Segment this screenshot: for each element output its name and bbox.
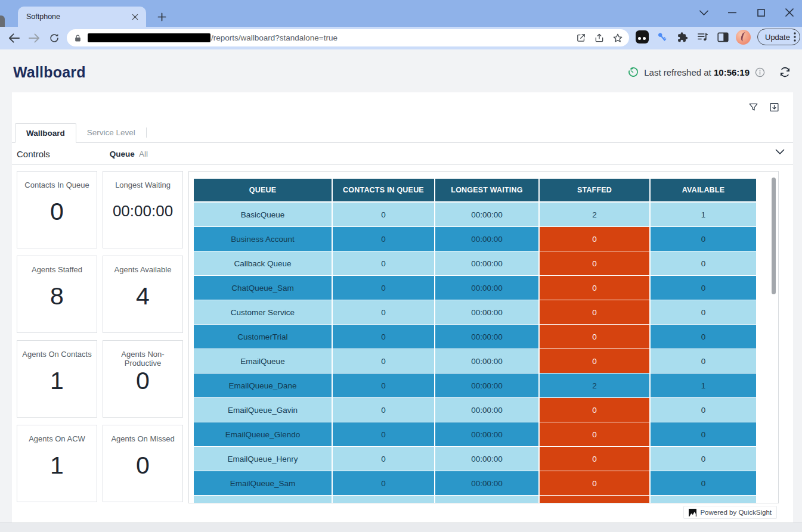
avatar[interactable] bbox=[736, 30, 751, 45]
media-list-icon[interactable] bbox=[695, 30, 710, 45]
tab-close-icon[interactable] bbox=[129, 11, 140, 22]
table-cell[interactable]: 0 bbox=[651, 227, 756, 251]
table-cell[interactable]: 0 bbox=[333, 300, 434, 324]
table-cell[interactable]: 00:00:00 bbox=[435, 496, 538, 503]
key-icon[interactable] bbox=[655, 30, 670, 45]
table-cell[interactable]: 0 bbox=[540, 300, 649, 324]
close-icon[interactable] bbox=[782, 5, 797, 20]
table-cell[interactable]: 0 bbox=[540, 276, 649, 300]
table-cell[interactable]: 0 bbox=[651, 276, 756, 300]
export-icon[interactable] bbox=[769, 102, 780, 113]
table-cell[interactable]: 0 bbox=[333, 447, 434, 471]
table-cell[interactable]: 00:00:00 bbox=[435, 251, 538, 275]
tab-search-chevron-icon[interactable] bbox=[696, 5, 711, 20]
table-cell[interactable]: 00:00:00 bbox=[435, 374, 538, 397]
maximize-icon[interactable] bbox=[753, 5, 769, 20]
table-cell[interactable]: EmailQueue_Glendo bbox=[194, 422, 332, 446]
tab-service-level[interactable]: Service Level bbox=[76, 123, 146, 142]
table-cell[interactable]: 0 bbox=[540, 227, 649, 251]
table-cell[interactable]: 0 bbox=[651, 422, 756, 446]
chevron-down-icon[interactable] bbox=[775, 149, 785, 155]
address-bar[interactable]: /reports/wallboard?standalone=true bbox=[67, 29, 629, 46]
table-cell[interactable]: 0 bbox=[540, 496, 649, 503]
table-cell[interactable]: 0 bbox=[540, 447, 649, 471]
table-cell[interactable]: 00:00:00 bbox=[435, 203, 538, 226]
sidebar-icon[interactable] bbox=[716, 30, 730, 45]
table-cell[interactable]: 00:00:00 bbox=[435, 422, 538, 446]
table-cell[interactable]: EmailQueue bbox=[194, 349, 332, 373]
table-cell[interactable]: CustomerTrial bbox=[194, 325, 332, 349]
minimize-icon[interactable] bbox=[724, 5, 740, 20]
table-cell[interactable]: EmailQueue_Sam bbox=[194, 471, 332, 495]
table-cell[interactable]: 0 bbox=[333, 227, 434, 251]
queue-filter-label: Queue bbox=[110, 150, 135, 158]
table-cell[interactable]: 0 bbox=[540, 471, 649, 495]
table-cell[interactable]: 0 bbox=[651, 496, 756, 503]
table-cell[interactable]: 0 bbox=[651, 300, 756, 324]
table-cell[interactable]: EmailQueue_Henry bbox=[194, 447, 332, 471]
lock-icon[interactable] bbox=[74, 34, 82, 42]
refresh-icon[interactable] bbox=[779, 66, 791, 78]
share-icon[interactable] bbox=[594, 33, 605, 43]
table-cell[interactable]: 00:00:00 bbox=[435, 325, 538, 349]
table-cell[interactable]: 0 bbox=[333, 471, 434, 495]
extension-black-icon[interactable] bbox=[634, 30, 649, 45]
table-cell[interactable]: 0 bbox=[333, 374, 434, 397]
table-cell[interactable]: 0 bbox=[651, 349, 756, 373]
open-in-new-icon[interactable] bbox=[576, 33, 586, 43]
table-cell[interactable]: 0 bbox=[540, 251, 649, 275]
queue-filter-value[interactable]: All bbox=[139, 150, 148, 158]
table-cell[interactable]: 0 bbox=[651, 325, 756, 349]
table-cell[interactable]: 0 bbox=[333, 251, 434, 275]
back-icon[interactable] bbox=[5, 29, 23, 47]
table-cell[interactable]: 0 bbox=[333, 276, 434, 300]
table-cell[interactable]: 0 bbox=[651, 471, 756, 495]
table-cell[interactable]: 00:00:00 bbox=[435, 276, 538, 300]
puzzle-extensions-icon[interactable] bbox=[675, 30, 690, 45]
table-cell[interactable]: 0 bbox=[540, 398, 649, 422]
table-cell[interactable]: 0 bbox=[540, 325, 649, 349]
page-footer-strip bbox=[0, 522, 802, 532]
table-cell[interactable]: 0 bbox=[540, 349, 649, 373]
table-cell[interactable]: EmailQueue_T bbox=[194, 496, 332, 503]
table-cell[interactable]: 2 bbox=[540, 203, 649, 226]
table-cell[interactable]: 0 bbox=[651, 398, 756, 422]
table-cell[interactable]: Callback Queue bbox=[194, 251, 332, 275]
table-cell[interactable]: 1 bbox=[651, 374, 756, 397]
table-cell[interactable]: 2 bbox=[540, 374, 649, 397]
browser-tab-softphone[interactable]: Softphone bbox=[18, 7, 146, 27]
table-cell[interactable]: 00:00:00 bbox=[435, 398, 538, 422]
table-cell[interactable]: 0 bbox=[333, 422, 434, 446]
reload-icon[interactable] bbox=[45, 29, 63, 47]
kpi-value: 1 bbox=[17, 367, 97, 395]
table-cell[interactable]: 00:00:00 bbox=[435, 447, 538, 471]
update-button[interactable]: Update bbox=[757, 29, 800, 45]
table-cell[interactable]: EmailQueue_Dane bbox=[194, 374, 332, 397]
table-cell[interactable]: 0 bbox=[333, 496, 434, 503]
table-cell[interactable]: BasicQueue bbox=[194, 203, 332, 226]
new-tab-icon[interactable] bbox=[154, 9, 169, 24]
table-cell[interactable]: 00:00:00 bbox=[435, 300, 538, 324]
url-path[interactable]: /reports/wallboard?standalone=true bbox=[211, 33, 576, 42]
filter-funnel-icon[interactable] bbox=[748, 102, 759, 113]
table-cell[interactable]: 00:00:00 bbox=[435, 471, 538, 495]
table-cell[interactable]: 0 bbox=[333, 203, 434, 226]
tab-wallboard[interactable]: Wallboard bbox=[15, 123, 76, 143]
table-scrollbar-thumb[interactable] bbox=[772, 178, 776, 294]
table-cell[interactable]: 0 bbox=[333, 398, 434, 422]
table-cell[interactable]: EmailQueue_Gavin bbox=[194, 398, 332, 422]
table-cell[interactable]: 00:00:00 bbox=[435, 349, 538, 373]
table-cell[interactable]: 1 bbox=[651, 203, 756, 226]
table-cell[interactable]: 0 bbox=[333, 349, 434, 373]
bookmark-star-icon[interactable] bbox=[612, 33, 623, 43]
table-cell[interactable]: Customer Service bbox=[194, 300, 332, 324]
table-cell[interactable]: 0 bbox=[651, 447, 756, 471]
forward-icon[interactable] bbox=[25, 29, 43, 47]
table-cell[interactable]: 0 bbox=[333, 325, 434, 349]
info-icon[interactable] bbox=[755, 67, 765, 77]
table-cell[interactable]: 0 bbox=[540, 422, 649, 446]
table-cell[interactable]: Business Account bbox=[194, 227, 332, 251]
table-cell[interactable]: 00:00:00 bbox=[435, 227, 538, 251]
table-cell[interactable]: ChatQueue_Sam bbox=[194, 276, 332, 300]
table-cell[interactable]: 0 bbox=[651, 251, 756, 275]
